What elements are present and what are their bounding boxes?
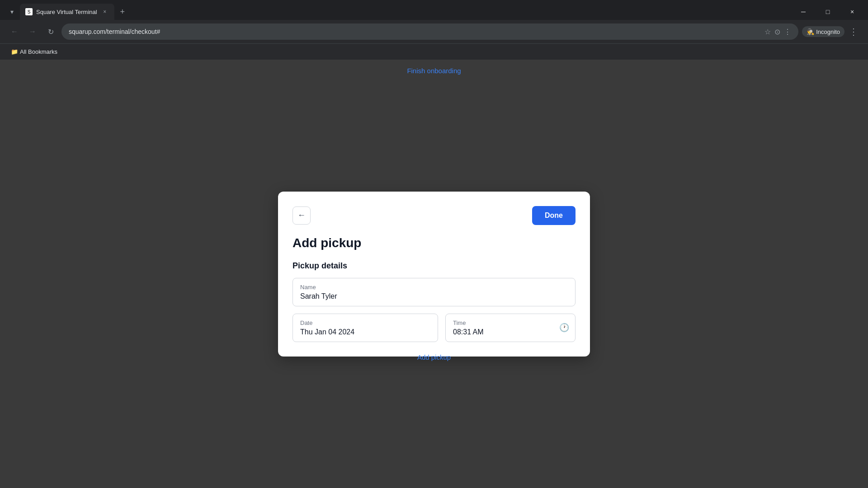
tab-switcher-button[interactable]: ▾ xyxy=(5,5,18,18)
maximize-button[interactable]: □ xyxy=(817,5,838,19)
done-button[interactable]: Done xyxy=(532,206,576,225)
incognito-badge[interactable]: 🕵 Incognito xyxy=(802,26,844,37)
address-bar-icons: ☆ ⊙ ⋮ xyxy=(764,28,791,36)
window-controls: ─ □ × xyxy=(793,5,863,19)
time-field[interactable]: Time 08:31 AM xyxy=(445,314,576,342)
modal-header: ← Done xyxy=(292,206,576,225)
folder-icon: 📁 xyxy=(11,48,18,55)
date-label: Date xyxy=(300,319,430,326)
date-field[interactable]: Date Thu Jan 04 2024 xyxy=(292,314,438,342)
time-label: Time xyxy=(453,319,568,326)
name-field[interactable]: Name Sarah Tyler xyxy=(292,278,576,306)
time-value: 08:31 AM xyxy=(453,328,568,336)
bookmarks-bar: 📁 All Bookmarks xyxy=(0,43,868,60)
refresh-nav-button[interactable]: ↻ xyxy=(43,24,58,39)
address-bar[interactable]: squarup.com/terminal/checkout# ☆ ⊙ ⋮ xyxy=(61,23,798,40)
tab-favicon: S xyxy=(25,8,33,15)
tab-close-button[interactable]: × xyxy=(101,8,109,16)
pickup-details-section-title: Pickup details xyxy=(292,261,576,271)
clock-icon: 🕐 xyxy=(559,323,569,333)
incognito-icon: 🕵 xyxy=(807,28,814,35)
bookmark-icon[interactable]: ☆ xyxy=(764,28,771,36)
all-bookmarks-label: All Bookmarks xyxy=(20,48,57,55)
tab-title: Square Virtual Terminal xyxy=(36,9,97,15)
name-value: Sarah Tyler xyxy=(300,292,568,300)
modal-title: Add pickup xyxy=(292,236,576,250)
active-tab[interactable]: S Square Virtual Terminal × xyxy=(20,4,114,20)
date-time-row: Date Thu Jan 04 2024 Time 08:31 AM 🕐 xyxy=(292,314,576,342)
back-nav-button[interactable]: ← xyxy=(7,24,22,39)
title-bar: ▾ S Square Virtual Terminal × + ─ □ xyxy=(0,0,868,20)
minimize-button[interactable]: ─ xyxy=(793,5,814,19)
modal-overlay: ← Done Add pickup Pickup details Name Sa… xyxy=(0,60,868,488)
name-label: Name xyxy=(300,284,568,291)
incognito-label: Incognito xyxy=(816,28,840,35)
browser-chrome: ▾ S Square Virtual Terminal × + ─ □ xyxy=(0,0,868,60)
forward-nav-button[interactable]: → xyxy=(25,24,40,39)
add-pickup-background-link[interactable]: Add pickup xyxy=(417,353,451,361)
page-content: Finish onboarding ← Done Add pickup Pick… xyxy=(0,60,868,488)
add-pickup-modal: ← Done Add pickup Pickup details Name Sa… xyxy=(278,192,590,357)
url-text: squarup.com/terminal/checkout# xyxy=(69,28,761,35)
date-value: Thu Jan 04 2024 xyxy=(300,328,430,336)
all-bookmarks-item[interactable]: 📁 All Bookmarks xyxy=(7,47,61,57)
toolbar-icons: 🕵 Incognito ⋮ xyxy=(802,24,861,39)
profile-icon[interactable]: ⊙ xyxy=(774,28,780,36)
close-button[interactable]: × xyxy=(842,5,863,19)
time-field-wrapper: Time 08:31 AM 🕐 xyxy=(445,314,576,342)
back-button[interactable]: ← xyxy=(292,206,311,225)
menu-icon[interactable]: ⋮ xyxy=(784,28,791,36)
back-arrow-icon: ← xyxy=(297,211,306,220)
extensions-button[interactable]: ⋮ xyxy=(846,24,861,39)
tab-bar: ▾ S Square Virtual Terminal × + xyxy=(5,4,129,20)
name-form-group: Name Sarah Tyler xyxy=(292,278,576,306)
address-bar-row: ← → ↻ squarup.com/terminal/checkout# ☆ ⊙… xyxy=(0,20,868,43)
new-tab-button[interactable]: + xyxy=(116,5,129,18)
